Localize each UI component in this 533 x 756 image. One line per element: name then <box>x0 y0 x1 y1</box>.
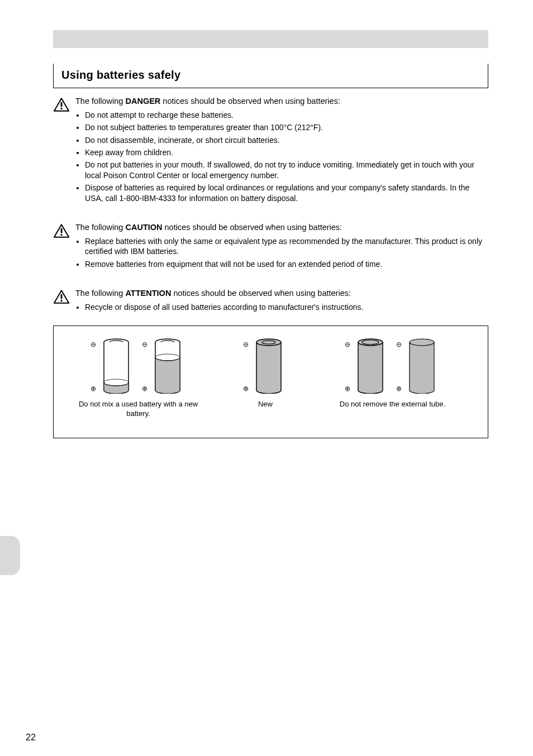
battery-illustration: ⊖ ⊕ <box>397 336 440 395</box>
list-item: Remove batteries from equipment that wil… <box>85 259 488 269</box>
section-lead: The following CAUTION notices should be … <box>75 222 488 233</box>
svg-rect-5 <box>61 300 63 302</box>
battery-illustration: ⊖ ⊕ <box>346 336 388 395</box>
warning-triangle-icon <box>53 231 70 240</box>
svg-point-13 <box>262 341 275 344</box>
warning-triangle-icon <box>53 296 70 306</box>
warning-triangle-icon <box>53 104 70 114</box>
section-danger: The following DANGER notices should be o… <box>53 96 488 205</box>
figure-caption: Do not mix a used battery with a new bat… <box>67 400 210 419</box>
list-item: Do not subject batteries to temperatures… <box>85 122 488 132</box>
svg-rect-4 <box>61 294 63 299</box>
minus-icon: ⊖ <box>243 341 249 349</box>
section-caution: The following CAUTION notices should be … <box>53 222 488 271</box>
figure-box: ⊖ ⊕ ⊖ ⊕ <box>53 326 488 438</box>
list-item: Replace batteries with only the same or … <box>85 236 488 257</box>
plus-icon: ⊕ <box>396 385 402 393</box>
battery-illustration: ⊖ ⊕ <box>143 336 185 395</box>
battery-illustration: ⊖ ⊕ <box>244 336 287 395</box>
battery-illustration: ⊖ ⊕ <box>92 336 134 395</box>
section-lead: The following ATTENTION notices should b… <box>75 288 488 299</box>
list-item: Recycle or dispose of all used batteries… <box>85 302 488 312</box>
minus-icon: ⊖ <box>345 341 350 349</box>
bullet-list: Do not attempt to recharge these batteri… <box>75 110 488 204</box>
page-title: Using batteries safely <box>61 69 480 82</box>
svg-rect-2 <box>61 228 63 233</box>
plus-icon: ⊕ <box>243 385 249 393</box>
minus-icon: ⊖ <box>91 341 96 349</box>
section-attention: The following ATTENTION notices should b… <box>53 288 488 314</box>
minus-icon: ⊖ <box>142 341 147 349</box>
section-lead: The following DANGER notices should be o… <box>75 96 488 107</box>
bullet-list: Replace batteries with only the same or … <box>75 236 488 269</box>
svg-point-15 <box>362 340 379 344</box>
page-number: 22 <box>0 733 61 743</box>
figure-caption: New <box>258 400 273 409</box>
svg-rect-3 <box>61 234 63 236</box>
svg-rect-0 <box>61 102 63 107</box>
header-band <box>53 30 488 48</box>
plus-icon: ⊕ <box>91 385 96 393</box>
list-item: Do not disassemble, incinerate, or short… <box>85 135 488 145</box>
minus-icon: ⊖ <box>396 341 402 349</box>
side-tab: Safety <box>0 536 20 575</box>
svg-point-16 <box>410 339 434 346</box>
svg-rect-1 <box>61 108 63 109</box>
plus-icon: ⊕ <box>345 385 350 393</box>
list-item: Do not put batteries in your mouth. If s… <box>85 160 488 180</box>
list-item: Do not attempt to recharge these batteri… <box>85 110 488 120</box>
figure-caption: Do not remove the external tube. <box>340 400 445 409</box>
plus-icon: ⊕ <box>142 385 147 393</box>
title-box: Using batteries safely <box>53 64 488 88</box>
bullet-list: Recycle or dispose of all used batteries… <box>75 302 488 312</box>
list-item: Keep away from children. <box>85 147 488 157</box>
list-item: Dispose of batteries as required by loca… <box>85 183 488 203</box>
